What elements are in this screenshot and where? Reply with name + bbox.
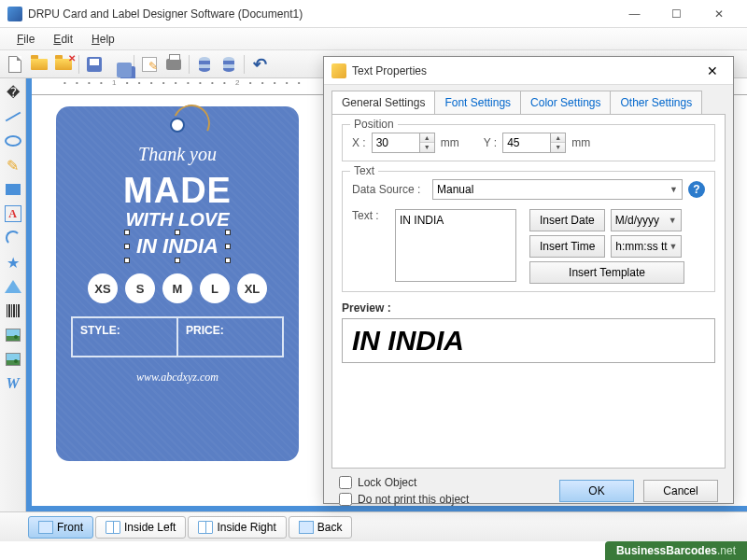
tab-back[interactable]: Back bbox=[289, 516, 353, 539]
tool-palette: � ✎ A ★ W bbox=[0, 78, 26, 511]
style-cell[interactable]: STYLE: bbox=[73, 318, 178, 356]
line-icon bbox=[5, 112, 21, 122]
database-button[interactable] bbox=[193, 53, 216, 76]
text-input[interactable] bbox=[395, 209, 516, 282]
dialog-body: Position X : ▲▼ mm Y : ▲▼ mm Text bbox=[331, 114, 726, 469]
resize-handle[interactable] bbox=[124, 230, 130, 235]
tab-other-settings[interactable]: Other Settings bbox=[610, 91, 702, 114]
x-input[interactable] bbox=[373, 133, 419, 152]
rectangle-tool[interactable] bbox=[3, 179, 23, 200]
arc-tool[interactable] bbox=[3, 228, 23, 248]
lock-object-checkbox[interactable]: Lock Object bbox=[339, 476, 469, 489]
down-arrow-icon[interactable]: ▼ bbox=[551, 143, 565, 152]
ellipse-icon bbox=[5, 135, 21, 147]
resize-handle[interactable] bbox=[124, 258, 130, 263]
barcode-tool[interactable] bbox=[3, 301, 23, 321]
tab-font-settings[interactable]: Font Settings bbox=[434, 91, 521, 114]
position-legend: Position bbox=[350, 118, 398, 131]
y-input[interactable] bbox=[503, 133, 550, 152]
resize-handle[interactable] bbox=[124, 244, 130, 249]
insert-time-button[interactable]: Insert Time bbox=[529, 235, 605, 258]
pencil-tool[interactable]: ✎ bbox=[3, 155, 23, 175]
arc-icon bbox=[6, 231, 21, 245]
text-tool[interactable]: A bbox=[3, 203, 23, 224]
chevron-down-icon: ▼ bbox=[669, 216, 677, 225]
save-all-button[interactable] bbox=[107, 53, 130, 76]
ellipse-tool[interactable] bbox=[3, 131, 23, 151]
page-icon bbox=[299, 521, 314, 534]
spinner-arrows[interactable]: ▲▼ bbox=[550, 133, 565, 152]
size-xl[interactable]: XL bbox=[237, 273, 267, 303]
dialog-close-button[interactable]: ✕ bbox=[699, 63, 726, 78]
resize-handle[interactable] bbox=[175, 258, 180, 263]
x-spinner[interactable]: ▲▼ bbox=[372, 133, 435, 153]
edit-icon bbox=[142, 57, 157, 72]
insert-template-button[interactable]: Insert Template bbox=[529, 261, 684, 284]
size-l[interactable]: L bbox=[200, 273, 230, 303]
size-xs[interactable]: XS bbox=[88, 273, 118, 303]
undo-icon: ↶ bbox=[253, 54, 267, 75]
star-tool[interactable]: ★ bbox=[3, 252, 23, 273]
spinner-arrows[interactable]: ▲▼ bbox=[419, 133, 434, 152]
up-arrow-icon[interactable]: ▲ bbox=[420, 133, 434, 143]
chevron-down-icon: ▼ bbox=[669, 185, 678, 194]
line-tool[interactable] bbox=[3, 106, 23, 127]
down-arrow-icon[interactable]: ▼ bbox=[420, 143, 434, 152]
database-2-button[interactable] bbox=[218, 53, 240, 76]
resize-handle[interactable] bbox=[175, 230, 180, 235]
page-icon bbox=[38, 521, 53, 534]
save-button[interactable] bbox=[83, 53, 106, 76]
tab-inside-right[interactable]: Inside Right bbox=[188, 516, 286, 539]
time-format-select[interactable]: h:mm:ss tt▼ bbox=[611, 235, 682, 258]
resize-handle[interactable] bbox=[225, 230, 231, 235]
made-text[interactable]: MADE bbox=[56, 171, 299, 211]
up-arrow-icon[interactable]: ▲ bbox=[551, 133, 565, 143]
menu-help[interactable]: Help bbox=[82, 31, 124, 48]
menu-edit[interactable]: Edit bbox=[44, 31, 82, 48]
new-document-button[interactable] bbox=[4, 53, 26, 76]
size-s[interactable]: S bbox=[125, 273, 155, 303]
wordart-tool[interactable]: W bbox=[3, 373, 23, 394]
triangle-tool[interactable] bbox=[3, 276, 23, 297]
undo-button[interactable]: ↶ bbox=[248, 53, 271, 76]
print-button[interactable] bbox=[162, 53, 185, 76]
date-format-select[interactable]: M/d/yyyy▼ bbox=[611, 209, 682, 231]
select-tool[interactable]: � bbox=[3, 82, 23, 103]
tab-general-settings[interactable]: General Settings bbox=[331, 91, 435, 114]
menu-bar: File Edit Help bbox=[0, 28, 747, 50]
ok-button[interactable]: OK bbox=[559, 480, 634, 502]
label-design[interactable]: Thank you MADE WITH LOVE IN INDIA XS S M… bbox=[56, 106, 299, 461]
datasource-select[interactable]: Manual▼ bbox=[432, 179, 683, 200]
edit-button[interactable] bbox=[138, 53, 161, 76]
menu-file[interactable]: File bbox=[7, 31, 44, 48]
selected-text-object[interactable]: IN INDIA bbox=[127, 232, 228, 260]
help-icon[interactable]: ? bbox=[688, 181, 705, 198]
resize-handle[interactable] bbox=[225, 258, 231, 263]
tab-front[interactable]: Front bbox=[28, 516, 93, 539]
maximize-button[interactable]: ☐ bbox=[655, 1, 698, 27]
with-love-text[interactable]: WITH LOVE bbox=[56, 209, 299, 231]
url-text[interactable]: www.abcdxyz.com bbox=[56, 371, 299, 385]
thank-you-text[interactable]: Thank you bbox=[56, 144, 299, 165]
separator bbox=[78, 55, 79, 74]
resize-handle[interactable] bbox=[225, 244, 231, 249]
image-2-tool[interactable] bbox=[3, 349, 23, 370]
open-button[interactable] bbox=[28, 53, 50, 76]
close-button[interactable]: ✕ bbox=[698, 1, 740, 27]
database-icon bbox=[199, 57, 210, 72]
dialog-titlebar[interactable]: Text Properties ✕ bbox=[324, 57, 733, 85]
insert-date-button[interactable]: Insert Date bbox=[529, 209, 605, 231]
preview-label: Preview : bbox=[342, 301, 715, 315]
close-document-button[interactable] bbox=[52, 53, 75, 76]
tab-color-settings[interactable]: Color Settings bbox=[520, 91, 611, 114]
cancel-button[interactable]: Cancel bbox=[643, 480, 718, 502]
tab-inside-left[interactable]: Inside Left bbox=[95, 516, 186, 539]
price-cell[interactable]: PRICE: bbox=[178, 318, 282, 356]
do-not-print-checkbox[interactable]: Do not print this object bbox=[339, 493, 469, 506]
minimize-button[interactable]: — bbox=[613, 1, 655, 27]
separator bbox=[244, 55, 245, 74]
y-spinner[interactable]: ▲▼ bbox=[502, 133, 566, 153]
image-tool[interactable] bbox=[3, 325, 23, 345]
triangle-icon bbox=[5, 280, 21, 293]
size-m[interactable]: M bbox=[162, 273, 192, 303]
